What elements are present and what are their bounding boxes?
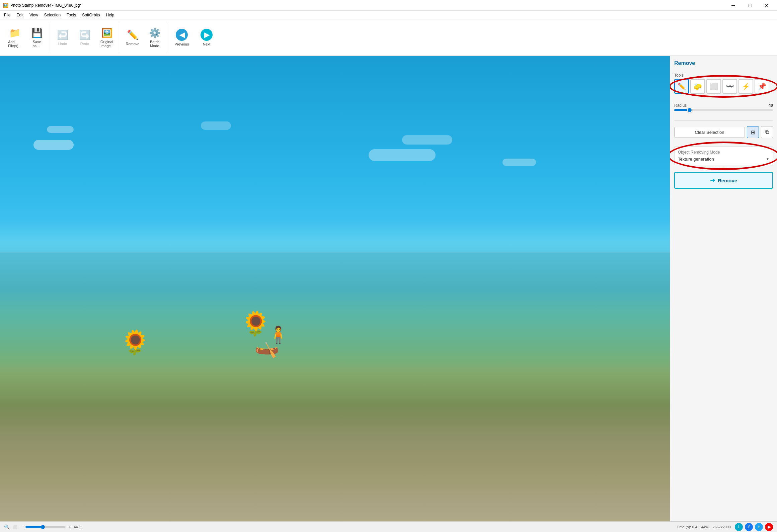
menu-edit[interactable]: Edit	[14, 12, 26, 18]
main-layout: 🌻 🌻 🛶 🧍 Remove Tools ✏️ 🧽	[0, 56, 777, 521]
stamp-icon: 📌	[758, 82, 766, 90]
window-title: Photo Stamp Remover - IMG_0486.jpg*	[10, 3, 81, 8]
object-removing-mode-wrapper: Object Removing Mode Texture generation …	[674, 146, 773, 165]
menu-tools[interactable]: Tools	[64, 12, 79, 18]
cloud-3	[369, 149, 436, 161]
radius-section: Radius 40	[674, 103, 773, 115]
minimize-button[interactable]: ─	[725, 0, 741, 11]
tool-stamp-button[interactable]: 📌	[755, 79, 769, 94]
facebook-icon[interactable]: f	[745, 523, 753, 531]
select-all-icon-button[interactable]: ⊞	[747, 126, 759, 138]
menu-selection[interactable]: Selection	[42, 12, 63, 18]
eraser-icon: 🧽	[694, 82, 702, 90]
remove-button-label: Remove	[718, 178, 737, 183]
undo-button[interactable]: ↩️ Undo	[52, 24, 73, 51]
add-files-button[interactable]: 📁 AddFile(s)...	[4, 24, 25, 51]
tool-brush-button[interactable]: ✏️	[674, 79, 689, 94]
cloud-2	[47, 126, 74, 133]
cloud-5	[502, 159, 536, 166]
remove-icon: ✏️	[127, 29, 139, 40]
status-bar-left: 🔍 ⬜ − + 44%	[4, 524, 671, 530]
batch-mode-button[interactable]: ⚙️ BatchMode	[144, 24, 165, 51]
toolbar-file-group: 📁 AddFile(s)... 💾 Saveas...	[3, 22, 49, 53]
menu-file[interactable]: File	[1, 12, 13, 18]
beach-scene: 🌻 🌻 🛶 🧍	[0, 56, 670, 521]
twitter-icon[interactable]: t	[755, 523, 763, 531]
canvas-area[interactable]: 🌻 🌻 🛶 🧍	[0, 56, 670, 521]
zoom-slider-fill	[25, 526, 42, 528]
close-button[interactable]: ✕	[759, 0, 774, 11]
redo-button[interactable]: ↪️ Redo	[74, 24, 95, 51]
menu-help[interactable]: Help	[103, 12, 117, 18]
zoom-out-icon[interactable]: 🔍	[4, 524, 10, 530]
zoom-slider[interactable]	[25, 526, 66, 528]
menu-softorbits[interactable]: SoftOrbits	[79, 12, 102, 18]
remove-arrow-icon: ➜	[710, 177, 715, 184]
clear-selection-row: Clear Selection ⊞ ⧉	[674, 126, 773, 138]
right-panel: Remove Tools ✏️ 🧽 ⬜ 〰️ ⚡	[670, 56, 777, 521]
info-icon[interactable]: i	[735, 523, 743, 531]
zoom-slider-thumb[interactable]	[41, 525, 45, 529]
water-overlay	[0, 252, 670, 521]
slider-thumb[interactable]	[687, 107, 692, 113]
tools-row: ✏️ 🧽 ⬜ 〰️ ⚡ 📌	[674, 79, 773, 94]
undo-label: Undo	[58, 42, 67, 46]
toolbar-edit-group: ↩️ Undo ↪️ Redo 🖼️ OriginalImage	[51, 22, 119, 53]
remove-label: Remove	[126, 42, 140, 46]
youtube-icon[interactable]: ▶	[765, 523, 773, 531]
clear-selection-button[interactable]: Clear Selection	[674, 127, 745, 138]
next-button[interactable]: ▶ Next	[195, 24, 219, 51]
smiley-left: 🌻	[121, 331, 150, 354]
canvas-image: 🌻 🌻 🛶 🧍	[0, 56, 670, 521]
batch-mode-label: BatchMode	[150, 40, 159, 48]
tool-magic-button[interactable]: ⚡	[739, 79, 753, 94]
save-as-button[interactable]: 💾 Saveas...	[26, 24, 48, 51]
brush-icon: ✏️	[678, 82, 686, 90]
menu-bar: File Edit View Selection Tools SoftOrbit…	[0, 11, 777, 19]
radius-value: 40	[769, 103, 773, 108]
radius-slider-container[interactable]	[674, 109, 773, 111]
app-icon: 🖼️	[3, 3, 8, 8]
zoom-minus-icon[interactable]: −	[20, 524, 23, 530]
zoom-status: 44%	[701, 525, 709, 529]
tool-rect-button[interactable]: ⬜	[706, 79, 721, 94]
invert-selection-icon-button[interactable]: ⧉	[761, 126, 773, 138]
rect-icon: ⬜	[710, 82, 718, 90]
toolbar: 📁 AddFile(s)... 💾 Saveas... ↩️ Undo ↪️ R…	[0, 19, 777, 56]
zoom-level: 44%	[74, 525, 81, 529]
status-bar-right: Time (s): 0.4 44% 2667x2000 i f t ▶	[677, 523, 773, 531]
remove-title: Remove	[674, 60, 773, 66]
menu-view[interactable]: View	[27, 12, 41, 18]
title-bar: 🖼️ Photo Stamp Remover - IMG_0486.jpg* ─…	[0, 0, 777, 11]
kayak-rider: 🧍	[268, 325, 289, 345]
add-files-label: AddFile(s)...	[8, 40, 21, 48]
save-as-label: Saveas...	[32, 40, 41, 48]
radius-label: Radius	[674, 103, 687, 108]
time-label: Time (s): 0.4	[677, 525, 697, 529]
dropdown-arrow-icon[interactable]: ▼	[766, 157, 769, 161]
tools-section: Tools ✏️ 🧽 ⬜ 〰️ ⚡	[674, 73, 773, 96]
tool-eraser-button[interactable]: 🧽	[690, 79, 705, 94]
previous-icon: ◀	[176, 29, 188, 41]
previous-button[interactable]: ◀ Previous	[170, 24, 194, 51]
magic-wand-icon: ⚡	[742, 82, 750, 90]
status-bar: 🔍 ⬜ − + 44% Time (s): 0.4 44% 2667x2000 …	[0, 521, 777, 532]
add-files-icon: 📁	[9, 27, 21, 38]
image-dimensions: 2667x2000	[713, 525, 731, 529]
removing-mode-section: Object Removing Mode Texture generation …	[674, 146, 773, 165]
tool-lasso-button[interactable]: 〰️	[722, 79, 737, 94]
zoom-plus-icon[interactable]: +	[68, 524, 71, 530]
maximize-button[interactable]: □	[742, 0, 758, 11]
texture-generation-row[interactable]: Texture generation ▼	[678, 157, 769, 162]
previous-label: Previous	[175, 42, 189, 46]
next-icon: ▶	[201, 29, 213, 41]
undo-icon: ↩️	[57, 29, 69, 40]
smiley-middle: 🌻	[241, 312, 270, 335]
remove-button-toolbar[interactable]: ✏️ Remove	[122, 24, 143, 51]
zoom-rect-icon[interactable]: ⬜	[12, 525, 17, 529]
cloud-1	[33, 140, 74, 150]
remove-action-button[interactable]: ➜ Remove	[674, 172, 773, 189]
original-image-button[interactable]: 🖼️ OriginalImage	[96, 24, 118, 51]
select-all-icon: ⊞	[751, 129, 755, 136]
next-label: Next	[203, 42, 211, 46]
